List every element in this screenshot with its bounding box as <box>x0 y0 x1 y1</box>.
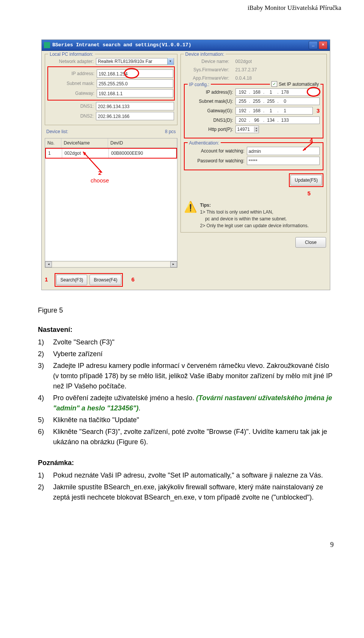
devinfo-sysfw: 21.37.2.37 <box>232 66 323 73</box>
localpc-dns2: 202.96.128.166 <box>96 112 174 120</box>
devinfo-group-label: Device information: <box>184 51 226 58</box>
page-header: iBaby Monitor Uživatelská Příručka <box>0 0 364 17</box>
note-heading: Poznámka: <box>38 458 334 468</box>
devlist-label: Device list: <box>46 128 68 135</box>
note-list: 1)Pokud neznáte Vaši IP adresu, zvolte "… <box>38 470 334 503</box>
dropdown-arrow-icon[interactable]: ▾ <box>167 58 174 65</box>
localpc-group-label: Local PC information: <box>48 51 95 58</box>
ann-5: 5 <box>308 189 311 198</box>
spinner-down-icon[interactable]: ▼ <box>254 129 259 132</box>
localpc-gateway: 192.168.1.1 <box>97 89 173 97</box>
app-icon <box>44 42 50 48</box>
choose-text: choose <box>91 176 109 185</box>
setip-checkbox[interactable]: ✓ <box>271 81 277 87</box>
tips-text: Tips: 1> This tool is only used within L… <box>200 202 323 229</box>
http-port-input[interactable]: 14971▲▼ <box>235 126 259 133</box>
localpc-dns1: 202.96.134.133 <box>96 102 174 110</box>
ip-178-circle <box>307 87 320 97</box>
ann-3: 3 <box>317 107 320 115</box>
page-number: 9 <box>0 528 364 550</box>
browse-button[interactable]: Browse(F4) <box>89 275 121 285</box>
ipconfig-dns1[interactable]: 202.96.134.133 <box>235 116 320 124</box>
spinner-up-icon[interactable]: ▲ <box>254 127 259 129</box>
ip-254-circle <box>124 68 139 79</box>
arrow-4 <box>301 141 317 153</box>
th-id: DevID <box>108 138 177 148</box>
ipconfig-gateway[interactable]: 192.168.1.1 <box>235 107 313 115</box>
devinfo-name: 002dgot <box>232 58 323 65</box>
minimize-button[interactable]: _ <box>309 41 318 49</box>
close-button[interactable]: Close <box>295 237 326 248</box>
auth-password-input[interactable]: ***** <box>247 157 320 165</box>
close-window-button[interactable]: × <box>318 41 328 49</box>
ann-6: 6 <box>131 275 134 284</box>
th-name: DeviceName <box>61 138 108 148</box>
localpc-redbox: IP address:192.168.1.254 Subnet mask:255… <box>47 66 175 101</box>
ann-1: 1 <box>45 275 48 284</box>
adapter-label: Network adapter: <box>48 58 94 65</box>
adapter-select[interactable]: Realtek RTL8139/810x Far ▾ <box>96 58 174 65</box>
warning-icon: ⚠️ <box>184 202 197 212</box>
choose-arrow <box>79 150 110 180</box>
h-scrollbar[interactable]: ◂ ▸ <box>45 261 177 267</box>
window-title: BSeries Intranet search and settings(V1.… <box>52 41 191 49</box>
table-row[interactable]: 1 002dgot 00B80000EE90 <box>45 148 177 159</box>
auth-group-label: Authentication: <box>188 140 221 146</box>
update-button[interactable]: Update(F5) <box>290 175 322 185</box>
ipconfig-subnet[interactable]: 255.255.255.0 <box>235 97 320 105</box>
devlist-count: 8 pcs <box>165 128 176 135</box>
th-no: No. <box>45 138 61 148</box>
window-titlebar: BSeries Intranet search and settings(V1.… <box>42 40 330 51</box>
setip-label: Set IP automatically <box>279 81 319 88</box>
setup-heading: Nastavení: <box>38 325 334 335</box>
device-table[interactable]: No. DeviceName DevID 1 002dgot 00B80000E… <box>45 138 177 268</box>
app-screenshot: BSeries Intranet search and settings(V1.… <box>41 39 330 290</box>
scroll-left-icon[interactable]: ◂ <box>45 261 52 267</box>
scroll-right-icon[interactable]: ▸ <box>170 261 177 267</box>
setup-list: 1)Zvolte "Search (F3)" 2)Vyberte zařízen… <box>38 337 334 447</box>
search-button[interactable]: Search(F3) <box>56 275 87 285</box>
ipconfig-group-label: IP config.: <box>188 81 211 88</box>
figure-label: Figure 5 <box>38 305 334 316</box>
localpc-subnet: 255.255.255.0 <box>97 79 173 88</box>
